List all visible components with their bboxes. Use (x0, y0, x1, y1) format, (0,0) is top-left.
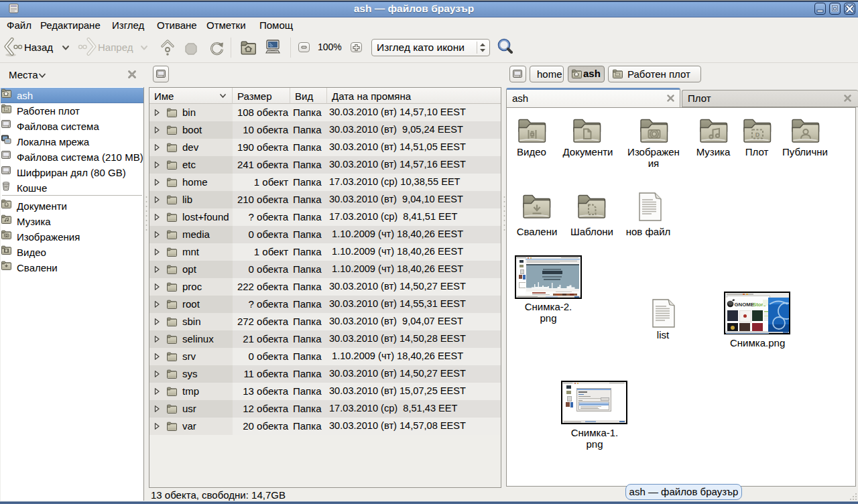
svg-text:D: D (755, 131, 760, 138)
svg-text:GNOME: GNOME (735, 302, 754, 308)
